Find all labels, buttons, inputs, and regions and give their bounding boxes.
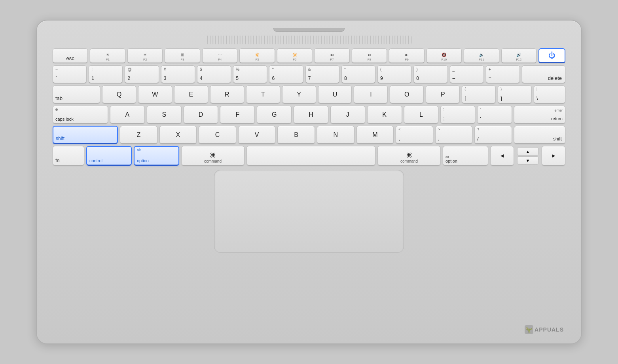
key-f5[interactable]: 🔅 F5	[239, 48, 275, 63]
key-k[interactable]: K	[367, 106, 402, 124]
key-w[interactable]: W	[138, 85, 172, 104]
key-0[interactable]: ) 0	[413, 65, 447, 83]
trackpad[interactable]	[214, 170, 404, 253]
option-left-top: alt	[137, 148, 141, 152]
option-right-top: alt	[445, 155, 449, 159]
key-arrow-down[interactable]: ▼	[517, 156, 538, 165]
arrow-left-icon: ◀	[500, 153, 504, 158]
key-semicolon[interactable]: : ;	[440, 106, 475, 124]
key-4[interactable]: $ 4	[197, 65, 231, 83]
key-s[interactable]: S	[147, 106, 182, 124]
key-f9[interactable]: ⏭ F9	[389, 48, 424, 63]
key-f2[interactable]: ☀ F2	[127, 48, 163, 63]
key-f4[interactable]: ⋯ F4	[202, 48, 237, 63]
key-f8[interactable]: ⏯ F8	[352, 48, 387, 63]
key-fn[interactable]: fn	[53, 146, 84, 166]
shift-right-label: shift	[553, 136, 562, 142]
option-right-label: option	[445, 159, 457, 163]
key-tilde[interactable]: ~ `	[53, 65, 87, 83]
key-power[interactable]: ⏻	[538, 48, 565, 63]
key-q[interactable]: Q	[102, 85, 136, 104]
num-row: ~ ` ! 1 @ 2 # 3 $ 4 % 5	[53, 65, 565, 83]
key-arrow-updown: ▲ ▼	[516, 146, 540, 166]
key-period[interactable]: > .	[435, 126, 473, 144]
hinge-notch	[273, 28, 345, 32]
key-z[interactable]: Z	[120, 126, 157, 144]
key-c[interactable]: C	[199, 126, 236, 144]
key-equals[interactable]: + =	[486, 65, 520, 83]
key-tab[interactable]: tab	[53, 85, 100, 104]
key-v[interactable]: V	[238, 126, 276, 144]
key-space[interactable]	[246, 146, 375, 166]
key-arrow-right[interactable]: ▶	[542, 146, 565, 166]
watermark-text: appuals	[535, 326, 564, 333]
key-x[interactable]: X	[159, 126, 197, 144]
key-option-left[interactable]: alt option	[134, 146, 179, 166]
key-bracket-right[interactable]: } ]	[498, 85, 532, 104]
key-b[interactable]: B	[277, 126, 315, 144]
key-2[interactable]: @ 2	[125, 65, 159, 83]
key-u[interactable]: U	[318, 85, 352, 104]
f7-icon: ⏮	[330, 53, 334, 57]
key-5[interactable]: % 5	[233, 65, 267, 83]
bottom-row: fn control alt option ⌘ command ⌘ comman…	[53, 146, 565, 166]
fn-row: esc ☀ F1 ☀ F2 ⊞ F3 ⋯ F4	[53, 48, 565, 63]
key-t[interactable]: T	[246, 85, 280, 104]
key-esc[interactable]: esc	[53, 48, 88, 63]
key-f7[interactable]: ⏮ F7	[314, 48, 349, 63]
key-option-right[interactable]: alt option	[443, 146, 488, 166]
key-quote[interactable]: " '	[477, 106, 512, 124]
key-p[interactable]: P	[426, 85, 460, 104]
key-i[interactable]: I	[354, 85, 388, 104]
key-y[interactable]: Y	[282, 85, 316, 104]
key-r[interactable]: R	[210, 85, 244, 104]
key-comma[interactable]: < ,	[396, 126, 433, 144]
key-g[interactable]: G	[257, 106, 292, 124]
key-6[interactable]: ^ 6	[269, 65, 303, 83]
key-e[interactable]: E	[174, 85, 208, 104]
key-1[interactable]: ! 1	[89, 65, 123, 83]
key-delete[interactable]: delete	[522, 65, 565, 83]
f4-icon: ⋯	[218, 53, 222, 57]
key-shift-right[interactable]: shift	[514, 126, 565, 144]
key-command-left[interactable]: ⌘ command	[181, 146, 245, 166]
key-arrow-up[interactable]: ▲	[517, 147, 538, 155]
key-a[interactable]: A	[110, 106, 145, 124]
key-f1[interactable]: ☀ F1	[90, 48, 125, 63]
key-h[interactable]: H	[294, 106, 328, 124]
key-o[interactable]: O	[390, 85, 424, 104]
key-caps-lock[interactable]: caps lock	[53, 106, 108, 124]
key-f3[interactable]: ⊞ F3	[165, 48, 200, 63]
power-icon: ⏻	[548, 51, 555, 60]
key-arrow-left[interactable]: ◀	[490, 146, 514, 166]
key-9[interactable]: ( 9	[377, 65, 411, 83]
key-control[interactable]: control	[86, 146, 132, 166]
key-f6[interactable]: 🔆 F6	[277, 48, 312, 63]
key-7[interactable]: & 7	[305, 65, 339, 83]
key-command-right[interactable]: ⌘ command	[377, 146, 441, 166]
shift-left-label: shift	[56, 136, 64, 141]
key-shift-left[interactable]: shift	[53, 126, 118, 144]
key-pipe[interactable]: | \	[534, 85, 565, 104]
key-enter[interactable]: enter return	[514, 106, 565, 124]
key-f11[interactable]: 🔉 F11	[464, 48, 499, 63]
key-f12[interactable]: 🔊 F12	[501, 48, 536, 63]
key-bracket-left[interactable]: { [	[462, 85, 496, 104]
key-n[interactable]: N	[317, 126, 354, 144]
key-m[interactable]: M	[356, 126, 394, 144]
key-minus[interactable]: _ –	[450, 65, 484, 83]
key-3[interactable]: # 3	[161, 65, 195, 83]
key-j[interactable]: J	[330, 106, 365, 124]
key-slash[interactable]: ? /	[474, 126, 512, 144]
command-left-label: command	[204, 159, 222, 163]
asdf-row: caps lock A S D F G H J K L : ; " ' ente…	[53, 106, 565, 124]
key-d[interactable]: D	[184, 106, 218, 124]
key-f[interactable]: F	[220, 106, 255, 124]
key-f10[interactable]: 🔇 F10	[427, 48, 462, 63]
caps-label: caps lock	[55, 117, 74, 121]
f5-icon: 🔅	[255, 53, 260, 57]
command-right-symbol: ⌘	[406, 152, 412, 159]
key-8[interactable]: * 8	[341, 65, 375, 83]
key-l[interactable]: L	[404, 106, 439, 124]
fn-label: fn	[55, 157, 60, 163]
